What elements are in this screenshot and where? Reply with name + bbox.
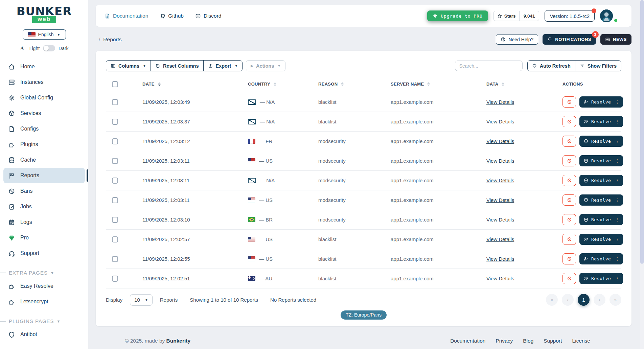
view-details-link[interactable]: View Details <box>486 276 514 281</box>
row-checkbox[interactable] <box>112 119 118 125</box>
sidebar-item-plugins[interactable]: Plugins <box>3 137 85 152</box>
view-details-link[interactable]: View Details <box>486 119 514 124</box>
next-page-button[interactable]: › <box>594 294 605 306</box>
search-input[interactable] <box>455 61 523 71</box>
notifications-button[interactable]: NOTIFICATIONS 3 <box>543 34 596 45</box>
sidebar-item-home[interactable]: Home <box>3 59 85 74</box>
row-checkbox[interactable] <box>112 276 118 282</box>
resolve-button[interactable]: Resolve ⋮ <box>579 253 623 264</box>
auto-refresh-button[interactable]: Auto Refresh <box>528 61 575 71</box>
sidebar-item-configs[interactable]: Configs <box>3 121 85 137</box>
footer-link-privacy[interactable]: Privacy <box>496 338 513 344</box>
row-checkbox[interactable] <box>112 256 118 262</box>
kebab-menu-icon[interactable]: ⋮ <box>614 237 620 242</box>
export-button[interactable]: Export ▼ <box>204 61 243 71</box>
select-all-checkbox[interactable] <box>112 81 118 87</box>
resolve-button[interactable]: Resolve ⋮ <box>579 234 623 245</box>
actions-button[interactable]: ▶ Actions ▼ <box>246 61 285 71</box>
ban-button[interactable] <box>562 194 576 206</box>
kebab-menu-icon[interactable]: ⋮ <box>614 276 620 281</box>
sidebar-section-plugins-pages[interactable]: PLUGINS PAGES ▼ <box>3 318 85 324</box>
page-1-button[interactable]: 1 <box>578 294 590 306</box>
row-checkbox[interactable] <box>112 158 118 164</box>
kebab-menu-icon[interactable]: ⋮ <box>614 139 620 144</box>
prev-page-button[interactable]: ‹ <box>562 294 574 306</box>
sidebar-item-instances[interactable]: Instances <box>3 74 85 90</box>
sidebar-item-bans[interactable]: Bans <box>3 183 85 199</box>
column-header-date[interactable]: DATE <box>142 82 248 87</box>
scrollbar-thumb[interactable] <box>640 0 644 264</box>
sidebar-item-services[interactable]: Services <box>3 106 85 121</box>
view-details-link[interactable]: View Details <box>486 236 514 242</box>
row-checkbox[interactable] <box>112 236 118 242</box>
language-selector[interactable]: English ▼ <box>23 29 66 40</box>
discord-link[interactable]: Discord <box>195 13 222 19</box>
documentation-link[interactable]: Documentation <box>105 13 148 19</box>
footer-link-documentation[interactable]: Documentation <box>450 338 485 344</box>
resolve-button[interactable]: Resolve ⋮ <box>579 175 623 186</box>
row-checkbox[interactable] <box>112 217 118 223</box>
column-header-reason[interactable]: REASON <box>318 82 391 87</box>
upgrade-pro-button[interactable]: Upgrade to PRO <box>427 10 488 21</box>
footer-link-support[interactable]: Support <box>544 338 562 344</box>
footer-link-blog[interactable]: Blog <box>523 338 533 344</box>
sidebar-item-pro[interactable]: Pro <box>3 230 85 246</box>
view-details-link[interactable]: View Details <box>486 138 514 144</box>
avatar[interactable] <box>600 9 613 22</box>
column-header-data[interactable]: DATA <box>486 82 562 87</box>
page-size-select[interactable]: 10 ▼ <box>130 294 153 306</box>
ban-button[interactable] <box>562 253 576 264</box>
row-checkbox[interactable] <box>112 178 118 184</box>
resolve-button[interactable]: Resolve ⋮ <box>579 116 623 127</box>
kebab-menu-icon[interactable]: ⋮ <box>614 158 620 163</box>
stars-button[interactable]: Stars <box>494 11 520 21</box>
sidebar-item-easy-resolve[interactable]: Easy Resolve <box>3 278 85 294</box>
row-checkbox[interactable] <box>112 197 118 203</box>
resolve-button[interactable]: Resolve ⋮ <box>579 214 623 225</box>
show-filters-button[interactable]: Show Filters <box>575 61 621 71</box>
theme-toggle[interactable] <box>43 45 55 51</box>
sidebar-item-jobs[interactable]: Jobs <box>3 199 85 214</box>
breadcrumb-current[interactable]: Reports <box>103 37 121 43</box>
sidebar-item-cache[interactable]: Cache <box>3 152 85 168</box>
first-page-button[interactable]: « <box>546 294 558 306</box>
kebab-menu-icon[interactable]: ⋮ <box>614 119 620 124</box>
need-help-button[interactable]: Need Help? <box>496 34 538 45</box>
ban-button[interactable] <box>562 214 576 225</box>
ban-button[interactable] <box>562 273 576 284</box>
columns-button[interactable]: Columns ▼ <box>106 61 151 71</box>
ban-button[interactable] <box>562 96 576 108</box>
sidebar-item-global-config[interactable]: Global Config <box>3 90 85 106</box>
resolve-button[interactable]: Resolve ⋮ <box>579 136 623 147</box>
view-details-link[interactable]: View Details <box>486 256 514 262</box>
brand-link[interactable]: Bunkerity <box>166 338 191 344</box>
sidebar-item-reports[interactable]: Reports <box>3 168 85 183</box>
last-page-button[interactable]: » <box>610 294 621 306</box>
resolve-button[interactable]: Resolve ⋮ <box>579 155 623 166</box>
sidebar-item-support[interactable]: Support <box>3 246 85 261</box>
github-link[interactable]: Github <box>160 13 184 19</box>
sidebar-section-extra-pages[interactable]: EXTRA PAGES ▼ <box>3 270 85 276</box>
kebab-menu-icon[interactable]: ⋮ <box>614 217 620 222</box>
news-button[interactable]: NEWS <box>600 34 631 45</box>
kebab-menu-icon[interactable]: ⋮ <box>614 99 620 104</box>
view-details-link[interactable]: View Details <box>486 178 514 183</box>
resolve-button[interactable]: Resolve ⋮ <box>579 194 623 206</box>
kebab-menu-icon[interactable]: ⋮ <box>614 197 620 203</box>
reset-columns-button[interactable]: Reset Columns <box>151 61 204 71</box>
sidebar-item-antibot[interactable]: Antibot <box>3 327 85 342</box>
column-header-country[interactable]: COUNTRY <box>248 82 318 87</box>
view-details-link[interactable]: View Details <box>486 99 514 105</box>
ban-button[interactable] <box>562 116 576 127</box>
ban-button[interactable] <box>562 175 576 186</box>
row-checkbox[interactable] <box>112 138 118 144</box>
kebab-menu-icon[interactable]: ⋮ <box>614 178 620 183</box>
column-header-server-name[interactable]: SERVER NAME <box>391 82 486 87</box>
ban-button[interactable] <box>562 234 576 245</box>
version-indicator[interactable]: Version: 1.6.5-rc2 <box>545 10 595 22</box>
ban-button[interactable] <box>562 155 576 166</box>
view-details-link[interactable]: View Details <box>486 158 514 164</box>
kebab-menu-icon[interactable]: ⋮ <box>614 256 620 261</box>
scrollbar[interactable] <box>640 0 644 349</box>
footer-link-license[interactable]: License <box>572 338 590 344</box>
